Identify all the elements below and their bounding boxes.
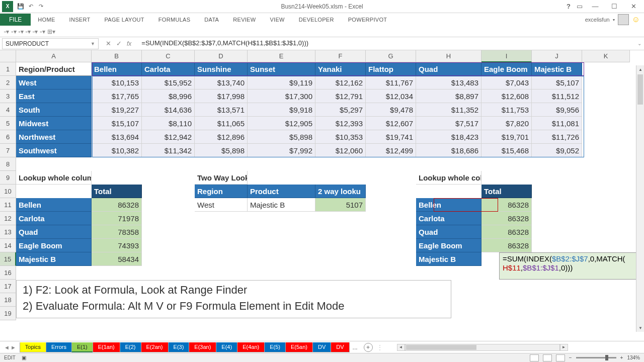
cell[interactable]: Region/Product [16,62,92,76]
cell[interactable]: $19,701 [481,130,532,144]
cell[interactable]: $17,998 [195,89,248,103]
cell[interactable]: Midwest [16,117,92,130]
cell[interactable]: $9,052 [532,144,582,157]
sheet-tab-e(5)[interactable]: E(5) [264,342,286,352]
ribbon-tab-developer[interactable]: DEVELOPER [292,14,341,25]
add-sheet-button[interactable]: + [364,343,373,352]
col-header-E[interactable]: E [248,50,315,62]
cell[interactable]: $19,227 [92,103,142,117]
ribbon-tab-insert[interactable]: INSERT [62,14,98,25]
col-header-B[interactable]: B [92,50,142,62]
cell[interactable]: 78358 [92,225,142,239]
cell[interactable]: $11,342 [142,144,195,157]
zoom-in-icon[interactable]: + [620,355,623,360]
cell[interactable]: Eagle Boom [481,62,532,76]
macro-record-icon[interactable]: ▣ [22,355,26,360]
ribbon-tab-home[interactable]: HOME [31,14,62,25]
ribbon-tab-review[interactable]: REVIEW [226,14,263,25]
cell[interactable]: Majestic B [532,62,582,76]
cell[interactable]: Region [195,185,248,198]
vscroll-thumb[interactable] [637,74,643,105]
cell[interactable]: $7,992 [248,144,315,157]
cell[interactable]: $9,956 [532,103,582,117]
sheet-tab-e(2an)[interactable]: E(2an) [141,342,169,352]
col-header-C[interactable]: C [142,50,195,62]
cell[interactable]: Lookup whole column [16,171,92,185]
tab-nav-next-icon[interactable]: ► [11,344,16,350]
cell[interactable]: $14,636 [142,103,195,117]
toolbar-icon[interactable]: ▫▾ [19,28,24,35]
fx-icon[interactable]: fx [127,40,131,47]
cell[interactable]: Northwest [16,130,92,144]
feedback-smiley-icon[interactable]: ☺ [632,15,640,24]
cell[interactable]: Carlota [142,62,195,76]
row-header-3[interactable]: 3 [0,89,16,103]
row-header-9[interactable]: 9 [0,171,16,185]
cell[interactable]: Bellen [92,62,142,76]
sheet-tab-e(1)[interactable]: E(1) [71,342,93,352]
cell[interactable]: $7,043 [481,76,532,89]
sheet-tab-e(4an)[interactable]: E(4an) [237,342,265,352]
cell[interactable]: $10,353 [315,130,366,144]
cell[interactable]: $13,571 [195,103,248,117]
accept-formula-icon[interactable]: ✓ [116,40,122,47]
normal-view-icon[interactable] [530,354,539,361]
cell[interactable]: $12,896 [195,130,248,144]
cell[interactable]: $13,483 [416,76,481,89]
cell[interactable]: East [16,89,92,103]
minimize-button[interactable]: — [589,2,602,12]
cell[interactable]: Product [248,185,315,198]
cell[interactable]: 2 way looku [315,185,366,198]
row-header-1[interactable]: 1 [0,62,16,76]
col-header-D[interactable]: D [195,50,248,62]
sheet-tab-e(3)[interactable]: E(3) [168,342,190,352]
cell[interactable]: $15,107 [92,117,142,130]
cell[interactable]: $12,393 [315,117,366,130]
cell[interactable]: Carlota [16,212,92,225]
row-header-14[interactable]: 14 [0,239,16,252]
cell[interactable]: $9,918 [248,103,315,117]
cell[interactable]: $5,107 [532,76,582,89]
scroll-up-icon[interactable]: ▲ [636,65,644,73]
cell[interactable]: $15,468 [481,144,532,157]
cell[interactable]: $17,300 [248,89,315,103]
row-header-18[interactable]: 18 [0,293,16,307]
row-header-8[interactable]: 8 [0,157,16,171]
cell[interactable]: $10,153 [92,76,142,89]
scroll-down-icon[interactable]: ▼ [636,324,644,332]
scroll-left-icon[interactable]: ◄ [397,344,405,351]
cell[interactable]: 58434 [92,252,142,266]
cell[interactable]: $11,065 [195,117,248,130]
cell[interactable]: Bellen [16,198,92,212]
cell[interactable]: Lookup whole column [416,171,481,185]
cell[interactable]: South [16,103,92,117]
cell[interactable]: Flattop [366,62,416,76]
row-header-7[interactable]: 7 [0,144,16,157]
cell[interactable]: $13,694 [92,130,142,144]
zoom-slider[interactable] [576,357,616,358]
cell[interactable]: $9,119 [248,76,315,89]
undo-icon[interactable]: ↶ [26,2,35,11]
cell[interactable]: 86328 [92,198,142,212]
cell[interactable]: $7,517 [416,117,481,130]
notes-textbox[interactable]: 1) F2: Look at Formula, Look at Range Fi… [16,280,451,318]
cell[interactable]: $11,512 [532,89,582,103]
cell[interactable]: $5,898 [248,130,315,144]
row-header-10[interactable]: 10 [0,185,16,198]
cell[interactable]: $11,753 [481,103,532,117]
cell[interactable]: $8,897 [416,89,481,103]
cell[interactable]: $12,608 [481,89,532,103]
ribbon-tab-powerpivot[interactable]: POWERPIVOT [341,14,394,25]
name-box-dropdown-icon[interactable]: ▼ [91,41,95,46]
tabs-overflow[interactable]: ... [350,344,361,351]
name-box[interactable]: SUMPRODUCT ▼ [2,38,99,49]
col-header-H[interactable]: H [416,50,481,62]
file-tab[interactable]: FILE [0,14,31,26]
cancel-formula-icon[interactable]: ✕ [106,40,111,47]
sheet-tab-e(5an)[interactable]: E(5an) [285,342,313,352]
toolbar-icon[interactable]: ▫▾ [40,28,45,35]
pagebreak-view-icon[interactable] [556,354,565,361]
ribbon-tab-pagelayout[interactable]: PAGE LAYOUT [98,14,151,25]
cell[interactable]: $11,352 [416,103,481,117]
sheet-tab-topics[interactable]: Topics [20,342,46,352]
